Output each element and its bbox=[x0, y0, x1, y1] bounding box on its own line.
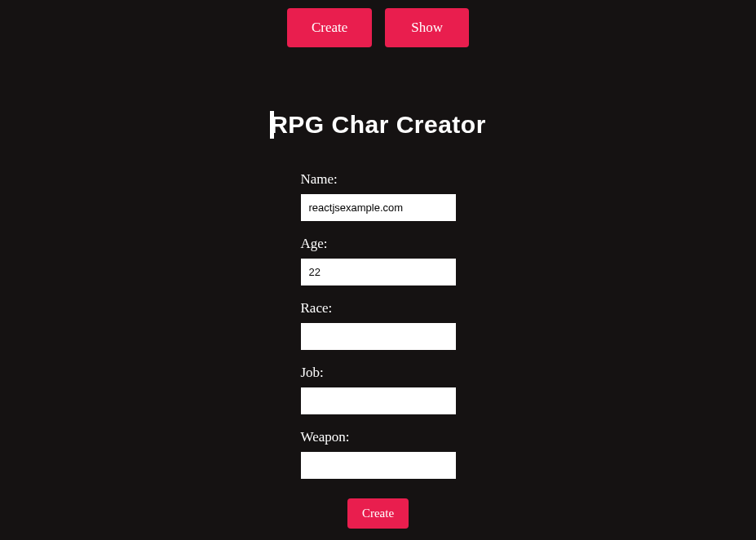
submit-container: Create bbox=[301, 498, 456, 529]
weapon-input[interactable] bbox=[301, 452, 456, 479]
race-label: Race: bbox=[301, 300, 456, 316]
form-group-race: Race: bbox=[301, 300, 456, 350]
race-input[interactable] bbox=[301, 323, 456, 350]
char-form: Name: Age: Race: Job: Weapon: Create bbox=[301, 171, 456, 529]
page-title-wrapper: RPG Char Creator bbox=[270, 111, 486, 171]
weapon-label: Weapon: bbox=[301, 429, 456, 445]
age-input[interactable] bbox=[301, 259, 456, 285]
job-label: Job: bbox=[301, 365, 456, 381]
name-input[interactable] bbox=[301, 194, 456, 221]
nav-show-button[interactable]: Show bbox=[385, 8, 469, 47]
page-title: RPG Char Creator bbox=[270, 111, 486, 139]
main-content: RPG Char Creator Name: Age: Race: Job: W… bbox=[0, 111, 756, 529]
top-nav: Create Show bbox=[0, 0, 756, 47]
submit-create-button[interactable]: Create bbox=[347, 498, 409, 529]
form-group-name: Name: bbox=[301, 171, 456, 221]
form-group-weapon: Weapon: bbox=[301, 429, 456, 479]
name-label: Name: bbox=[301, 171, 456, 188]
nav-create-button[interactable]: Create bbox=[287, 8, 372, 47]
age-label: Age: bbox=[301, 236, 456, 252]
job-input[interactable] bbox=[301, 387, 456, 414]
form-group-job: Job: bbox=[301, 365, 456, 414]
form-group-age: Age: bbox=[301, 236, 456, 285]
